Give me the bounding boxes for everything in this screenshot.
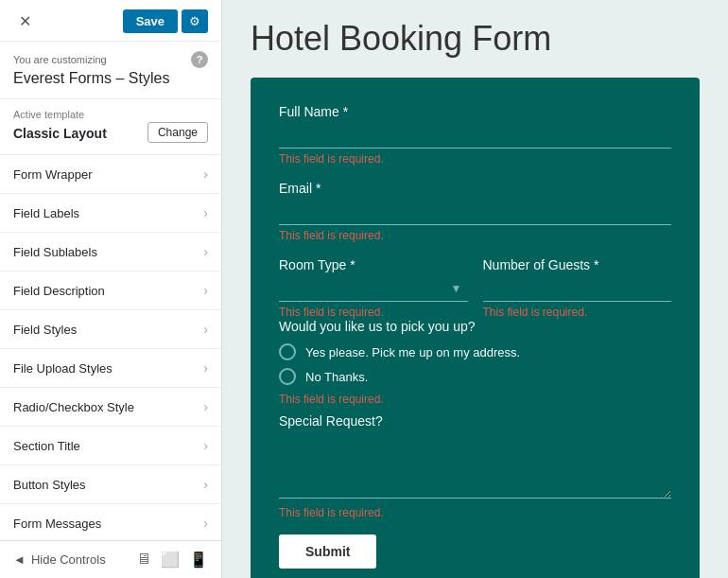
panel-header: ✕ Save ⚙ — [0, 0, 221, 42]
customizing-title: Everest Forms – Styles — [13, 70, 208, 87]
hide-controls-icon: ◄ — [13, 552, 26, 567]
room-type-col: Room Type * Standard Deluxe Suite ▼ This… — [279, 257, 468, 319]
pickup-option-no[interactable]: No Thanks. — [279, 368, 671, 385]
menu-item-file-upload-styles[interactable]: File Upload Styles › — [0, 349, 221, 388]
pickup-yes-label: Yes please. Pick me up on my address. — [305, 345, 520, 359]
room-type-select[interactable]: Standard Deluxe Suite — [279, 276, 468, 302]
chevron-right-icon: › — [203, 399, 208, 414]
special-request-error: This field is required. — [279, 506, 671, 519]
help-icon[interactable]: ? — [191, 51, 208, 68]
menu-item-form-messages[interactable]: Form Messages › — [0, 504, 221, 540]
email-input[interactable] — [279, 200, 671, 225]
menu-item-field-styles[interactable]: Field Styles › — [0, 310, 221, 349]
menu-item-section-title[interactable]: Section Title › — [0, 427, 221, 465]
special-request-input[interactable] — [279, 432, 671, 499]
menu-item-label: File Upload Styles — [13, 361, 113, 376]
change-template-button[interactable]: Change — [147, 122, 208, 143]
full-name-input[interactable] — [279, 123, 671, 149]
close-button[interactable]: ✕ — [13, 10, 37, 32]
menu-list: Form Wrapper › Field Labels › Field Subl… — [0, 155, 221, 540]
room-guests-row: Room Type * Standard Deluxe Suite ▼ This… — [279, 257, 671, 319]
form-container: Full Name * This field is required. Emai… — [251, 78, 700, 578]
pickup-error: This field is required. — [279, 393, 671, 406]
chevron-right-icon: › — [203, 322, 208, 337]
menu-item-field-sublabels[interactable]: Field Sublabels › — [0, 233, 221, 271]
tablet-icon[interactable]: ⬜ — [161, 551, 180, 569]
customizing-label: You are customizing ? — [13, 51, 208, 68]
mobile-icon[interactable]: 📱 — [189, 551, 208, 569]
special-request-field: Special Request? This field is required. — [279, 413, 671, 519]
menu-item-label: Field Styles — [13, 323, 77, 337]
customizing-section: You are customizing ? Everest Forms – St… — [0, 42, 221, 99]
pickup-question: Would you like us to pick you up? — [279, 319, 671, 334]
left-panel: ✕ Save ⚙ You are customizing ? Everest F… — [0, 0, 222, 578]
radio-circle-no — [279, 368, 296, 385]
template-label: Active template — [13, 109, 208, 120]
save-button[interactable]: Save — [123, 9, 178, 33]
submit-area: Submit — [279, 534, 671, 569]
menu-item-form-wrapper[interactable]: Form Wrapper › — [0, 155, 221, 194]
full-name-label: Full Name * — [279, 104, 671, 119]
chevron-right-icon: › — [203, 438, 208, 453]
menu-item-label: Form Wrapper — [13, 167, 93, 182]
menu-item-button-styles[interactable]: Button Styles › — [0, 465, 221, 504]
hide-controls-label: Hide Controls — [31, 552, 106, 567]
full-name-field: Full Name * This field is required. — [279, 104, 671, 166]
menu-item-label: Field Description — [13, 284, 105, 298]
pickup-radio-group: Would you like us to pick you up? Yes pl… — [279, 319, 671, 406]
chevron-right-icon: › — [203, 516, 208, 531]
chevron-right-icon: › — [203, 477, 208, 492]
template-section: Active template Classic Layout Change — [0, 99, 221, 155]
chevron-right-icon: › — [203, 360, 208, 376]
room-type-error: This field is required. — [279, 306, 468, 319]
radio-circle-yes — [279, 343, 296, 360]
guests-col: Number of Guests * This field is require… — [483, 257, 672, 319]
guests-label: Number of Guests * — [483, 257, 672, 272]
menu-item-label: Section Title — [13, 439, 80, 453]
guests-error: This field is required. — [483, 306, 672, 319]
menu-item-field-labels[interactable]: Field Labels › — [0, 194, 221, 233]
menu-item-label: Field Sublabels — [13, 245, 97, 259]
email-label: Email * — [279, 181, 671, 196]
customizing-prefix: You are customizing — [13, 54, 107, 65]
pickup-no-label: No Thanks. — [305, 370, 368, 384]
right-panel: Hotel Booking Form Full Name * This fiel… — [222, 0, 728, 578]
gear-button[interactable]: ⚙ — [182, 9, 208, 33]
template-row: Classic Layout Change — [13, 122, 208, 143]
chevron-right-icon: › — [203, 283, 208, 298]
page-title: Hotel Booking Form — [251, 19, 700, 59]
desktop-icon[interactable]: 🖥 — [136, 551, 151, 569]
guests-input[interactable] — [483, 276, 672, 302]
panel-footer: ◄ Hide Controls 🖥 ⬜ 📱 — [0, 540, 221, 578]
email-field: Email * This field is required. — [279, 181, 671, 242]
menu-item-label: Form Messages — [13, 517, 101, 531]
room-type-select-wrapper: Standard Deluxe Suite ▼ — [279, 276, 468, 302]
menu-item-radio-checkbox-style[interactable]: Radio/Checkbox Style › — [0, 388, 221, 427]
submit-button[interactable]: Submit — [279, 534, 376, 569]
hide-controls-button[interactable]: ◄ Hide Controls — [13, 552, 106, 567]
chevron-right-icon: › — [203, 244, 208, 259]
pickup-option-yes[interactable]: Yes please. Pick me up on my address. — [279, 343, 671, 360]
special-request-label: Special Request? — [279, 413, 671, 429]
menu-item-label: Button Styles — [13, 478, 86, 492]
footer-icons: 🖥 ⬜ 📱 — [136, 551, 208, 569]
chevron-right-icon: › — [203, 205, 208, 220]
room-type-label: Room Type * — [279, 257, 468, 272]
menu-item-label: Radio/Checkbox Style — [13, 400, 134, 414]
full-name-error: This field is required. — [279, 152, 671, 166]
menu-item-field-description[interactable]: Field Description › — [0, 271, 221, 310]
save-area: Save ⚙ — [123, 9, 208, 33]
menu-item-label: Field Labels — [13, 206, 79, 220]
chevron-right-icon: › — [203, 166, 208, 182]
template-name: Classic Layout — [13, 126, 107, 141]
email-error: This field is required. — [279, 229, 671, 242]
